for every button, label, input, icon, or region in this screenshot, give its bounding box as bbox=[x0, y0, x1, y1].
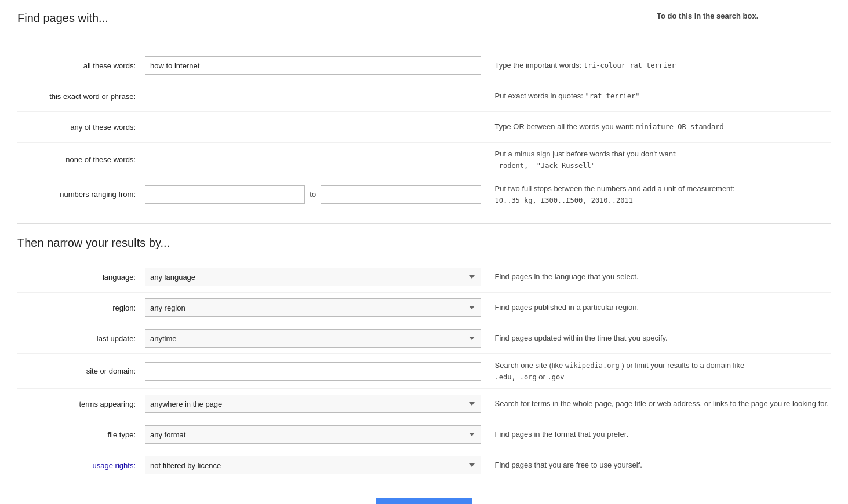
language-select[interactable]: any languageArabicChinese (Simplified)Ch… bbox=[145, 268, 481, 286]
narrow-section-title: Then narrow your results by... bbox=[17, 235, 831, 250]
terms-appearing-hint: Search for terms in the whole page, page… bbox=[495, 398, 831, 410]
region-hint: Find pages published in a particular reg… bbox=[495, 302, 831, 313]
exact-phrase-input[interactable] bbox=[145, 87, 481, 105]
any-words-hint: Type OR between all the words you want: … bbox=[495, 121, 831, 133]
any-words-row: any of these words: Type OR between all … bbox=[17, 112, 831, 143]
all-words-label: all these words: bbox=[17, 61, 145, 70]
any-words-label: any of these words: bbox=[17, 123, 145, 132]
site-domain-label: site or domain: bbox=[17, 367, 145, 375]
region-row: region: any regionAfghanistanAlbaniaAlge… bbox=[17, 293, 831, 323]
none-words-hint: Put a minus sign just before words that … bbox=[495, 148, 831, 171]
terms-appearing-label: terms appearing: bbox=[17, 400, 145, 408]
site-domain-hint: Search one site (like wikipedia.org ) or… bbox=[495, 360, 831, 382]
none-words-input-col bbox=[145, 151, 481, 169]
usage-rights-label: usage rights: bbox=[17, 461, 145, 470]
all-words-input[interactable] bbox=[145, 56, 481, 75]
file-type-label: file type: bbox=[17, 430, 145, 439]
site-domain-input-col bbox=[145, 362, 481, 381]
any-words-input-col bbox=[145, 118, 481, 136]
all-words-hint: Type the important words: tri-colour rat… bbox=[495, 60, 831, 71]
site-domain-row: site or domain: Search one site (like wi… bbox=[17, 354, 831, 389]
usage-rights-row: usage rights: not filtered by licencefre… bbox=[17, 450, 831, 480]
none-words-row: none of these words: Put a minus sign ju… bbox=[17, 143, 831, 177]
number-to-input[interactable] bbox=[321, 185, 481, 204]
last-update-input-col: anytimepast 24 hourspast weekpast monthp… bbox=[145, 329, 481, 348]
file-type-input-col: any formatAdobe Acrobat PDF (.pdf)Adobe … bbox=[145, 425, 481, 444]
right-header: To do this in the search box. bbox=[657, 12, 831, 20]
last-update-select[interactable]: anytimepast 24 hourspast weekpast monthp… bbox=[145, 329, 481, 348]
site-domain-input[interactable] bbox=[145, 362, 481, 381]
all-words-input-col bbox=[145, 56, 481, 75]
to-label: to bbox=[310, 190, 316, 199]
numbers-row: numbers ranging from: to Put two full st… bbox=[17, 177, 831, 211]
number-from-input[interactable] bbox=[145, 185, 305, 204]
numbers-hint: Put two full stops between the numbers a… bbox=[495, 183, 831, 206]
language-input-col: any languageArabicChinese (Simplified)Ch… bbox=[145, 268, 481, 286]
last-update-label: last update: bbox=[17, 334, 145, 343]
language-hint: Find pages in the language that you sele… bbox=[495, 271, 831, 283]
last-update-row: last update: anytimepast 24 hourspast we… bbox=[17, 323, 831, 354]
narrow-section: language: any languageArabicChinese (Sim… bbox=[17, 262, 831, 480]
file-type-row: file type: any formatAdobe Acrobat PDF (… bbox=[17, 419, 831, 450]
none-words-input[interactable] bbox=[145, 151, 481, 169]
exact-phrase-label: this exact word or phrase: bbox=[17, 92, 145, 101]
terms-appearing-select[interactable]: anywhere in the pagein the title of the … bbox=[145, 395, 481, 413]
all-words-row: all these words: Type the important word… bbox=[17, 50, 831, 81]
file-type-select[interactable]: any formatAdobe Acrobat PDF (.pdf)Adobe … bbox=[145, 425, 481, 444]
exact-phrase-input-col bbox=[145, 87, 481, 105]
usage-rights-hint: Find pages that you are free to use your… bbox=[495, 459, 831, 471]
terms-appearing-row: terms appearing: anywhere in the pagein … bbox=[17, 389, 831, 419]
file-type-hint: Find pages in the format that you prefer… bbox=[495, 429, 831, 440]
language-label: language: bbox=[17, 273, 145, 282]
none-words-label: none of these words: bbox=[17, 155, 145, 164]
find-pages-section: all these words: Type the important word… bbox=[17, 50, 831, 211]
region-select[interactable]: any regionAfghanistanAlbaniaAlgeriaAustr… bbox=[145, 298, 481, 317]
exact-phrase-hint: Put exact words in quotes: "rat terrier" bbox=[495, 90, 831, 102]
any-words-input[interactable] bbox=[145, 118, 481, 136]
language-row: language: any languageArabicChinese (Sim… bbox=[17, 262, 831, 293]
numbers-label: numbers ranging from: bbox=[17, 190, 145, 199]
usage-rights-select[interactable]: not filtered by licencefree to use or sh… bbox=[145, 456, 481, 474]
section-divider bbox=[17, 223, 831, 224]
advanced-search-button[interactable]: Advanced Search bbox=[376, 498, 472, 504]
exact-phrase-row: this exact word or phrase: Put exact wor… bbox=[17, 81, 831, 112]
numbers-input-col: to bbox=[145, 185, 481, 204]
terms-appearing-input-col: anywhere in the pagein the title of the … bbox=[145, 395, 481, 413]
region-label: region: bbox=[17, 304, 145, 312]
usage-rights-input-col: not filtered by licencefree to use or sh… bbox=[145, 456, 481, 474]
region-input-col: any regionAfghanistanAlbaniaAlgeriaAustr… bbox=[145, 298, 481, 317]
last-update-hint: Find pages updated within the time that … bbox=[495, 333, 831, 344]
page-title: Find pages with... bbox=[17, 12, 108, 25]
usage-rights-link[interactable]: usage rights: bbox=[93, 461, 136, 470]
